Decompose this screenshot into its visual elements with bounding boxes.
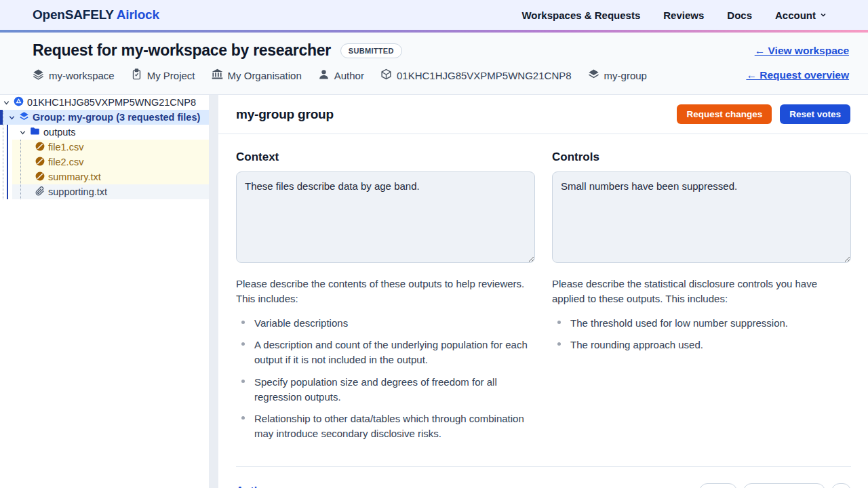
chevron-down-icon[interactable] xyxy=(3,99,10,106)
file-tree: 01KHC1HJG85VXPMP5WNG21CNP8 Group: my-gro… xyxy=(0,95,209,199)
cube-icon xyxy=(380,68,392,82)
tree-folder-label: outputs xyxy=(43,127,76,138)
paperclip-icon xyxy=(35,186,45,198)
top-nav-links: Workspaces & Requests Reviews Docs Accou… xyxy=(521,9,827,21)
nav-reviews[interactable]: Reviews xyxy=(663,9,704,21)
top-navigation-bar: OpenSAFELY Airlock Workspaces & Requests… xyxy=(0,0,868,30)
meta-project-label: My Project xyxy=(147,70,195,81)
tree-file-label: file2.csv xyxy=(48,157,83,167)
tree-group-label: Group: my-group (3 requested files) xyxy=(33,112,200,123)
tree-guide-line xyxy=(3,111,3,199)
file-under-review-icon xyxy=(35,142,45,153)
nav-docs[interactable]: Docs xyxy=(727,9,752,21)
comment-count-badge: 0 xyxy=(831,483,851,488)
group-title: my-group group xyxy=(236,107,334,122)
list-item: A description and count of the underlyin… xyxy=(254,338,535,367)
tree-root-label: 01KHC1HJG85VXPMP5WNG21CNP8 xyxy=(27,97,196,108)
request-header: Request for my-workspace by researcher S… xyxy=(0,33,868,95)
brand-airlock: Airlock xyxy=(117,7,159,22)
chevron-down-icon[interactable] xyxy=(19,129,26,136)
nav-account-menu[interactable]: Account xyxy=(775,9,827,21)
nav-account-label: Account xyxy=(775,9,816,21)
tree-folder-outputs[interactable]: outputs xyxy=(0,125,209,140)
clipboard-icon xyxy=(131,68,142,82)
file-under-review-icon xyxy=(35,157,45,168)
tree-file-label: file1.csv xyxy=(48,142,83,152)
layers-icon xyxy=(33,68,44,82)
controls-heading: Controls xyxy=(552,150,851,164)
request-overview-link[interactable]: ← Request overview xyxy=(746,69,849,81)
comment-author-link[interactable]: Author xyxy=(236,485,271,488)
reset-votes-button[interactable]: Reset votes xyxy=(780,104,850,124)
group-detail-panel: my-group group Request changes Reset vot… xyxy=(218,95,868,488)
context-help-list: Variable descriptions A description and … xyxy=(236,316,535,441)
context-section: Context These files describe data by age… xyxy=(236,150,535,449)
meta-author: Author xyxy=(318,68,364,82)
list-item: Variable descriptions xyxy=(254,316,535,331)
chevron-down-icon xyxy=(819,9,827,21)
meta-workspace: my-workspace xyxy=(33,68,115,82)
meta-request-id-label: 01KHC1HJG85VXPMP5WNG21CNP8 xyxy=(397,70,572,81)
list-item: Relationship to other data/tables which … xyxy=(254,411,535,441)
meta-organisation: My Organisation xyxy=(212,68,302,82)
comment-block: Author Public 2026-02-13 17:42 0 Please … xyxy=(236,483,851,488)
list-item: Specify population size and degrees of f… xyxy=(254,375,535,405)
brand-opensafely: OpenSAFELY xyxy=(33,7,113,22)
nav-workspaces-requests[interactable]: Workspaces & Requests xyxy=(521,9,640,21)
meta-organisation-label: My Organisation xyxy=(228,70,302,81)
tree-guide-line xyxy=(20,140,21,199)
tree-file-label: summary.txt xyxy=(48,171,101,182)
layers-icon xyxy=(588,68,599,82)
selected-group-indicator xyxy=(7,125,8,199)
file-tree-sidebar: 01KHC1HJG85VXPMP5WNG21CNP8 Group: my-gro… xyxy=(0,95,209,488)
list-item: The threshold used for low number suppre… xyxy=(570,316,851,331)
meta-request-id: 01KHC1HJG85VXPMP5WNG21CNP8 xyxy=(380,68,572,82)
comment-visibility-badge: Public xyxy=(699,483,737,488)
tree-file-supporting[interactable]: supporting.txt xyxy=(12,184,209,199)
chevron-down-icon[interactable] xyxy=(8,114,16,121)
tree-file-summary[interactable]: summary.txt xyxy=(12,169,209,184)
meta-project: My Project xyxy=(131,68,195,82)
tree-root-request[interactable]: 01KHC1HJG85VXPMP5WNG21CNP8 xyxy=(0,95,209,110)
status-badge: SUBMITTED xyxy=(340,43,402,58)
meta-workspace-label: my-workspace xyxy=(49,70,115,81)
tree-file-label: supporting.txt xyxy=(48,186,107,197)
comment-timestamp-badge: 2026-02-13 17:42 xyxy=(743,483,825,488)
page-title: Request for my-workspace by researcher xyxy=(33,41,331,60)
context-textarea[interactable]: These files describe data by age band. xyxy=(236,171,535,263)
tree-file-file2[interactable]: file2.csv xyxy=(12,155,209,169)
airlock-logo-icon xyxy=(14,96,24,108)
request-changes-button[interactable]: Request changes xyxy=(677,104,772,124)
file-under-review-icon xyxy=(35,171,45,183)
folder-icon xyxy=(30,126,40,138)
tree-group-my-group[interactable]: Group: my-group (3 requested files) xyxy=(0,110,209,125)
brand-logo[interactable]: OpenSAFELY Airlock xyxy=(33,7,159,22)
layers-icon xyxy=(19,111,29,123)
context-help-text: Please describe the contents of these ou… xyxy=(236,277,535,306)
request-meta: my-workspace My Project My Organisation … xyxy=(33,68,647,82)
meta-release-id-label: Author xyxy=(334,70,364,81)
meta-group-label: my-group xyxy=(604,70,647,81)
controls-section: Controls Small numbers have been suppres… xyxy=(552,150,851,449)
bank-icon xyxy=(212,68,223,82)
meta-group: my-group xyxy=(588,68,647,82)
controls-textarea[interactable]: Small numbers have been suppressed. xyxy=(552,171,851,263)
context-heading: Context xyxy=(236,150,535,164)
controls-help-list: The threshold used for low number suppre… xyxy=(552,316,851,353)
view-workspace-link[interactable]: ← View workspace xyxy=(755,45,849,57)
tree-file-file1[interactable]: file1.csv xyxy=(12,140,209,155)
section-divider xyxy=(236,466,851,467)
controls-help-text: Please describe the statistical disclosu… xyxy=(552,277,851,306)
sidebar-resize-handle[interactable] xyxy=(209,95,218,488)
user-icon xyxy=(318,68,330,82)
list-item: The rounding approach used. xyxy=(570,338,851,352)
